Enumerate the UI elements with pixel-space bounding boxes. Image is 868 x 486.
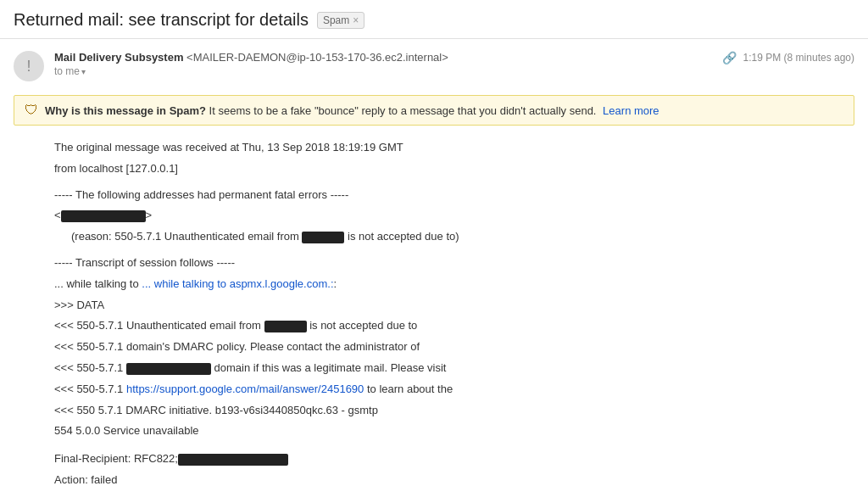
shield-icon: 🛡 — [25, 103, 38, 118]
warning-text: Why is this message in Spam? It seems to… — [45, 104, 659, 117]
to-me-line: to me ▾ — [54, 65, 722, 77]
spam-warning-banner: 🛡 Why is this message in Spam? It seems … — [14, 95, 854, 126]
line-550-4: <<< 550-5.7.1 https://support.google.com… — [54, 381, 854, 399]
redacted-domain-1 — [302, 232, 344, 243]
body-line1: The original message was received at Thu… — [54, 139, 854, 157]
support-link[interactable]: https://support.google.com/mail/answer/2… — [126, 383, 364, 395]
timestamp-area: 🔗 1:19 PM (8 minutes ago) — [722, 51, 854, 64]
redacted-domain-2 — [264, 321, 307, 332]
spam-label: Spam — [323, 14, 349, 26]
redacted-email-1 — [61, 210, 146, 222]
email-header: ! Mail Delivery Subsystem <MAILER-DAEMON… — [0, 39, 868, 90]
colon: : — [334, 277, 337, 290]
sender-info: Mail Delivery Subsystem <MAILER-DAEMON@i… — [54, 51, 722, 77]
subject-title: Returned mail: see transcript for detail… — [14, 10, 309, 30]
sender-email: <MAILER-DAEMON@ip-10-153-170-36.ec2.inte… — [186, 51, 448, 64]
redacted-domain-3 — [126, 363, 211, 375]
data-line: >>> DATA — [54, 297, 854, 315]
redacted-email-2 — [178, 454, 288, 466]
attachment-icon: 🔗 — [722, 51, 737, 64]
body-line2: from localhost [127.0.0.1] — [54, 160, 854, 178]
sender-name: Mail Delivery Subsystem — [54, 51, 183, 64]
spam-badge: Spam × — [317, 12, 364, 29]
avatar: ! — [14, 51, 44, 81]
final-recipient-line: Final-Recipient: RFC822; — [54, 450, 854, 468]
line-550-1: <<< 550-5.7.1 Unauthenticated email from… — [54, 317, 854, 335]
line-550-2: <<< 550-5.7.1 domain's DMARC policy. Ple… — [54, 338, 854, 356]
line-550-3: <<< 550-5.7.1 domain if this was a legit… — [54, 360, 854, 377]
sender-line: Mail Delivery Subsystem <MAILER-DAEMON@i… — [54, 51, 722, 64]
learn-more-link[interactable]: Learn more — [603, 104, 659, 117]
email-address-redacted-line: <> — [54, 207, 854, 225]
spam-close-button[interactable]: × — [353, 14, 359, 26]
avatar-icon: ! — [26, 58, 31, 75]
email-container: Returned mail: see transcript for detail… — [0, 0, 868, 486]
reason-prefix: (reason: 550-5.7.1 Unauthenticated email… — [71, 230, 302, 243]
section1-header: ----- The following addresses had perman… — [54, 187, 854, 204]
action-line: Action: failed — [54, 472, 854, 486]
warning-body: It seems to be a fake "bounce" reply to … — [206, 104, 596, 117]
email-body: The original message was received at Thu… — [0, 136, 868, 486]
to-me-label: to me — [54, 65, 80, 77]
section2-header: ----- Transcript of session follows ----… — [54, 254, 854, 272]
line-550-5: <<< 550 5.7.1 DMARC initiative. b193-v6s… — [54, 402, 854, 420]
timestamp: 1:19 PM (8 minutes ago) — [743, 52, 854, 64]
aspmx-link[interactable]: ... while talking to aspmx.l.google.com.… — [142, 277, 333, 290]
reason-suffix: is not accepted due to) — [344, 230, 459, 243]
reason-line: (reason: 550-5.7.1 Unauthenticated email… — [54, 228, 854, 246]
while-talking-line: ... while talking to ... while talking t… — [54, 276, 854, 293]
chevron-down-icon[interactable]: ▾ — [81, 67, 86, 76]
line-554: 554 5.0.0 Service unavailable — [54, 422, 854, 440]
subject-bar: Returned mail: see transcript for detail… — [0, 0, 868, 39]
warning-bold: Why is this message in Spam? — [45, 104, 206, 117]
while-talking-text: ... while talking to — [54, 277, 142, 290]
